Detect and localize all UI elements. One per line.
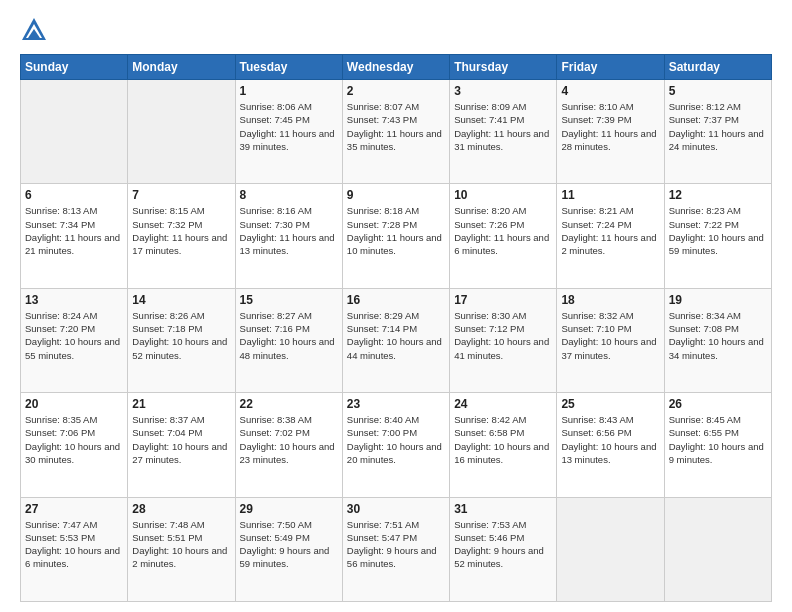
day-info: Sunrise: 8:27 AM Sunset: 7:16 PM Dayligh… bbox=[240, 309, 338, 362]
day-number: 9 bbox=[347, 188, 445, 202]
day-number: 19 bbox=[669, 293, 767, 307]
day-info: Sunrise: 8:16 AM Sunset: 7:30 PM Dayligh… bbox=[240, 204, 338, 257]
day-number: 14 bbox=[132, 293, 230, 307]
calendar-cell: 30Sunrise: 7:51 AM Sunset: 5:47 PM Dayli… bbox=[342, 497, 449, 601]
day-info: Sunrise: 8:30 AM Sunset: 7:12 PM Dayligh… bbox=[454, 309, 552, 362]
calendar-cell: 23Sunrise: 8:40 AM Sunset: 7:00 PM Dayli… bbox=[342, 393, 449, 497]
day-number: 7 bbox=[132, 188, 230, 202]
day-number: 3 bbox=[454, 84, 552, 98]
day-number: 20 bbox=[25, 397, 123, 411]
header bbox=[20, 16, 772, 44]
day-info: Sunrise: 8:24 AM Sunset: 7:20 PM Dayligh… bbox=[25, 309, 123, 362]
day-number: 23 bbox=[347, 397, 445, 411]
calendar-header: SundayMondayTuesdayWednesdayThursdayFrid… bbox=[21, 55, 772, 80]
day-number: 12 bbox=[669, 188, 767, 202]
day-info: Sunrise: 8:21 AM Sunset: 7:24 PM Dayligh… bbox=[561, 204, 659, 257]
calendar-cell: 14Sunrise: 8:26 AM Sunset: 7:18 PM Dayli… bbox=[128, 288, 235, 392]
calendar-cell: 1Sunrise: 8:06 AM Sunset: 7:45 PM Daylig… bbox=[235, 80, 342, 184]
calendar-cell: 5Sunrise: 8:12 AM Sunset: 7:37 PM Daylig… bbox=[664, 80, 771, 184]
calendar-cell: 25Sunrise: 8:43 AM Sunset: 6:56 PM Dayli… bbox=[557, 393, 664, 497]
day-info: Sunrise: 8:43 AM Sunset: 6:56 PM Dayligh… bbox=[561, 413, 659, 466]
calendar-cell: 27Sunrise: 7:47 AM Sunset: 5:53 PM Dayli… bbox=[21, 497, 128, 601]
day-info: Sunrise: 7:47 AM Sunset: 5:53 PM Dayligh… bbox=[25, 518, 123, 571]
calendar-cell: 19Sunrise: 8:34 AM Sunset: 7:08 PM Dayli… bbox=[664, 288, 771, 392]
day-number: 21 bbox=[132, 397, 230, 411]
calendar-body: 1Sunrise: 8:06 AM Sunset: 7:45 PM Daylig… bbox=[21, 80, 772, 602]
day-info: Sunrise: 7:50 AM Sunset: 5:49 PM Dayligh… bbox=[240, 518, 338, 571]
calendar-cell: 28Sunrise: 7:48 AM Sunset: 5:51 PM Dayli… bbox=[128, 497, 235, 601]
day-info: Sunrise: 8:37 AM Sunset: 7:04 PM Dayligh… bbox=[132, 413, 230, 466]
day-info: Sunrise: 8:10 AM Sunset: 7:39 PM Dayligh… bbox=[561, 100, 659, 153]
day-info: Sunrise: 8:15 AM Sunset: 7:32 PM Dayligh… bbox=[132, 204, 230, 257]
day-number: 26 bbox=[669, 397, 767, 411]
day-number: 15 bbox=[240, 293, 338, 307]
day-info: Sunrise: 8:20 AM Sunset: 7:26 PM Dayligh… bbox=[454, 204, 552, 257]
logo-icon bbox=[20, 16, 48, 44]
day-info: Sunrise: 8:45 AM Sunset: 6:55 PM Dayligh… bbox=[669, 413, 767, 466]
day-info: Sunrise: 8:07 AM Sunset: 7:43 PM Dayligh… bbox=[347, 100, 445, 153]
day-number: 29 bbox=[240, 502, 338, 516]
day-info: Sunrise: 8:29 AM Sunset: 7:14 PM Dayligh… bbox=[347, 309, 445, 362]
day-info: Sunrise: 7:53 AM Sunset: 5:46 PM Dayligh… bbox=[454, 518, 552, 571]
week-row-2: 13Sunrise: 8:24 AM Sunset: 7:20 PM Dayli… bbox=[21, 288, 772, 392]
calendar-cell bbox=[21, 80, 128, 184]
calendar-cell: 13Sunrise: 8:24 AM Sunset: 7:20 PM Dayli… bbox=[21, 288, 128, 392]
day-number: 6 bbox=[25, 188, 123, 202]
day-number: 25 bbox=[561, 397, 659, 411]
calendar-cell: 12Sunrise: 8:23 AM Sunset: 7:22 PM Dayli… bbox=[664, 184, 771, 288]
day-number: 22 bbox=[240, 397, 338, 411]
calendar-cell: 31Sunrise: 7:53 AM Sunset: 5:46 PM Dayli… bbox=[450, 497, 557, 601]
day-number: 17 bbox=[454, 293, 552, 307]
calendar-cell: 20Sunrise: 8:35 AM Sunset: 7:06 PM Dayli… bbox=[21, 393, 128, 497]
week-row-1: 6Sunrise: 8:13 AM Sunset: 7:34 PM Daylig… bbox=[21, 184, 772, 288]
day-number: 10 bbox=[454, 188, 552, 202]
day-number: 18 bbox=[561, 293, 659, 307]
day-number: 30 bbox=[347, 502, 445, 516]
week-row-3: 20Sunrise: 8:35 AM Sunset: 7:06 PM Dayli… bbox=[21, 393, 772, 497]
day-header-row: SundayMondayTuesdayWednesdayThursdayFrid… bbox=[21, 55, 772, 80]
day-info: Sunrise: 7:51 AM Sunset: 5:47 PM Dayligh… bbox=[347, 518, 445, 571]
day-info: Sunrise: 8:26 AM Sunset: 7:18 PM Dayligh… bbox=[132, 309, 230, 362]
day-info: Sunrise: 8:40 AM Sunset: 7:00 PM Dayligh… bbox=[347, 413, 445, 466]
calendar-cell: 21Sunrise: 8:37 AM Sunset: 7:04 PM Dayli… bbox=[128, 393, 235, 497]
calendar-cell: 4Sunrise: 8:10 AM Sunset: 7:39 PM Daylig… bbox=[557, 80, 664, 184]
day-info: Sunrise: 8:42 AM Sunset: 6:58 PM Dayligh… bbox=[454, 413, 552, 466]
calendar-cell bbox=[128, 80, 235, 184]
day-number: 8 bbox=[240, 188, 338, 202]
calendar-cell: 6Sunrise: 8:13 AM Sunset: 7:34 PM Daylig… bbox=[21, 184, 128, 288]
calendar-cell: 9Sunrise: 8:18 AM Sunset: 7:28 PM Daylig… bbox=[342, 184, 449, 288]
calendar-cell: 8Sunrise: 8:16 AM Sunset: 7:30 PM Daylig… bbox=[235, 184, 342, 288]
page: SundayMondayTuesdayWednesdayThursdayFrid… bbox=[0, 0, 792, 612]
day-header-monday: Monday bbox=[128, 55, 235, 80]
day-info: Sunrise: 8:23 AM Sunset: 7:22 PM Dayligh… bbox=[669, 204, 767, 257]
calendar-cell: 15Sunrise: 8:27 AM Sunset: 7:16 PM Dayli… bbox=[235, 288, 342, 392]
calendar-cell: 10Sunrise: 8:20 AM Sunset: 7:26 PM Dayli… bbox=[450, 184, 557, 288]
day-number: 16 bbox=[347, 293, 445, 307]
day-number: 5 bbox=[669, 84, 767, 98]
day-header-thursday: Thursday bbox=[450, 55, 557, 80]
day-info: Sunrise: 8:06 AM Sunset: 7:45 PM Dayligh… bbox=[240, 100, 338, 153]
day-info: Sunrise: 8:35 AM Sunset: 7:06 PM Dayligh… bbox=[25, 413, 123, 466]
day-number: 2 bbox=[347, 84, 445, 98]
day-number: 28 bbox=[132, 502, 230, 516]
day-number: 24 bbox=[454, 397, 552, 411]
day-header-tuesday: Tuesday bbox=[235, 55, 342, 80]
day-number: 1 bbox=[240, 84, 338, 98]
calendar-cell: 2Sunrise: 8:07 AM Sunset: 7:43 PM Daylig… bbox=[342, 80, 449, 184]
calendar-cell: 16Sunrise: 8:29 AM Sunset: 7:14 PM Dayli… bbox=[342, 288, 449, 392]
day-number: 13 bbox=[25, 293, 123, 307]
calendar-cell: 24Sunrise: 8:42 AM Sunset: 6:58 PM Dayli… bbox=[450, 393, 557, 497]
calendar-cell: 26Sunrise: 8:45 AM Sunset: 6:55 PM Dayli… bbox=[664, 393, 771, 497]
calendar-cell bbox=[664, 497, 771, 601]
day-number: 31 bbox=[454, 502, 552, 516]
day-info: Sunrise: 8:18 AM Sunset: 7:28 PM Dayligh… bbox=[347, 204, 445, 257]
day-info: Sunrise: 8:13 AM Sunset: 7:34 PM Dayligh… bbox=[25, 204, 123, 257]
day-info: Sunrise: 8:12 AM Sunset: 7:37 PM Dayligh… bbox=[669, 100, 767, 153]
day-info: Sunrise: 7:48 AM Sunset: 5:51 PM Dayligh… bbox=[132, 518, 230, 571]
calendar-table: SundayMondayTuesdayWednesdayThursdayFrid… bbox=[20, 54, 772, 602]
day-header-saturday: Saturday bbox=[664, 55, 771, 80]
day-number: 11 bbox=[561, 188, 659, 202]
day-number: 27 bbox=[25, 502, 123, 516]
calendar-cell bbox=[557, 497, 664, 601]
calendar-cell: 11Sunrise: 8:21 AM Sunset: 7:24 PM Dayli… bbox=[557, 184, 664, 288]
